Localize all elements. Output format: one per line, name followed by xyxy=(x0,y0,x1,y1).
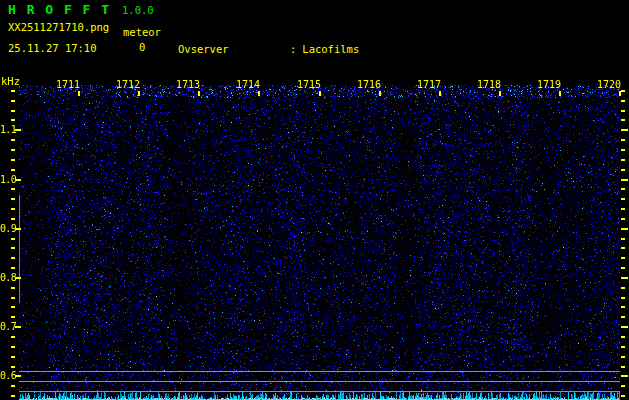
y-axis-minor-tick xyxy=(621,139,625,141)
y-axis-label: 0.7 xyxy=(0,321,16,332)
y-axis-minor-tick xyxy=(621,385,625,387)
x-axis-tick xyxy=(138,91,140,96)
y-axis-major-tick xyxy=(621,326,628,328)
y-axis-minor-tick xyxy=(621,247,625,249)
y-axis-minor-tick xyxy=(621,218,625,220)
y-axis-minor-tick xyxy=(621,169,625,171)
x-axis-label: 1719 xyxy=(521,79,561,90)
y-axis-minor-tick xyxy=(621,356,625,358)
app-version: 1.0.0 xyxy=(122,4,154,16)
y-axis-minor-tick xyxy=(11,366,15,368)
x-axis-tick xyxy=(499,91,501,96)
x-axis-tick xyxy=(439,91,441,96)
spectrogram-canvas xyxy=(19,85,620,400)
y-axis-minor-tick xyxy=(11,346,15,348)
y-axis-minor-tick xyxy=(11,316,15,318)
y-axis-minor-tick xyxy=(11,306,15,308)
y-axis-minor-tick xyxy=(11,297,15,299)
y-axis-minor-tick xyxy=(11,198,15,200)
y-axis-minor-tick xyxy=(11,169,15,171)
y-axis-minor-tick xyxy=(11,267,15,269)
info-row-observer: Ovserver:Lacofilms xyxy=(178,43,448,55)
y-axis-minor-tick xyxy=(621,257,625,259)
y-axis-major-tick xyxy=(621,277,628,279)
y-axis-label: 0.8 xyxy=(0,272,16,283)
meteor-count: 0 xyxy=(139,41,145,53)
info-label: Ovserver xyxy=(178,43,290,55)
app-title: H R O F F T xyxy=(8,2,111,17)
y-axis-minor-tick xyxy=(11,139,15,141)
y-axis-unit-label: kHz xyxy=(1,75,20,87)
x-axis-label: 1716 xyxy=(341,79,381,90)
y-axis-label: 0.6 xyxy=(0,370,16,381)
y-axis-minor-tick xyxy=(621,306,625,308)
y-axis-minor-tick xyxy=(11,385,15,387)
y-axis-minor-tick xyxy=(11,287,15,289)
x-axis-tick xyxy=(78,91,80,96)
y-axis-minor-tick xyxy=(11,395,15,397)
y-axis-minor-tick xyxy=(621,100,625,102)
y-axis-minor-tick xyxy=(11,356,15,358)
y-axis-minor-tick xyxy=(11,238,15,240)
y-axis-minor-tick xyxy=(11,119,15,121)
y-axis-minor-tick xyxy=(11,110,15,112)
x-axis-label: 1717 xyxy=(401,79,441,90)
x-axis-tick xyxy=(619,91,621,96)
y-axis-minor-tick xyxy=(11,336,15,338)
output-filename: XX2511271710.png xyxy=(8,21,109,33)
y-axis-minor-tick xyxy=(11,208,15,210)
y-axis-minor-tick xyxy=(621,336,625,338)
y-axis-major-tick xyxy=(621,375,628,377)
y-axis-label: 1.1 xyxy=(0,124,16,135)
x-axis-label: 1715 xyxy=(281,79,321,90)
y-axis-minor-tick xyxy=(621,297,625,299)
y-axis-minor-tick xyxy=(621,159,625,161)
info-value: Lacofilms xyxy=(302,43,359,55)
x-axis-tick xyxy=(319,91,321,96)
info-separator: : xyxy=(290,43,296,55)
x-axis-tick xyxy=(379,91,381,96)
y-axis-minor-tick xyxy=(621,287,625,289)
y-axis-minor-tick xyxy=(11,90,15,92)
y-axis-minor-tick xyxy=(621,316,625,318)
y-axis-minor-tick xyxy=(621,110,625,112)
y-axis-label: 0.9 xyxy=(0,223,16,234)
y-axis-minor-tick xyxy=(621,346,625,348)
y-axis-minor-tick xyxy=(11,247,15,249)
y-axis-minor-tick xyxy=(621,366,625,368)
y-axis-major-tick xyxy=(621,228,628,230)
datetime-label: 25.11.27 17:10 xyxy=(8,42,97,54)
y-axis-minor-tick xyxy=(11,188,15,190)
y-axis-major-tick xyxy=(621,179,628,181)
hrofft-screen: H R O F F T 1.0.0 XX2511271710.png meteo… xyxy=(0,0,629,400)
x-axis-label: 1712 xyxy=(100,79,140,90)
x-axis-tick xyxy=(559,91,561,96)
y-axis-minor-tick xyxy=(621,188,625,190)
x-axis-label: 1713 xyxy=(160,79,200,90)
x-axis-label: 1714 xyxy=(220,79,260,90)
x-axis-label: 1720 xyxy=(581,79,621,90)
x-axis-label: 1711 xyxy=(40,79,80,90)
x-axis-tick xyxy=(258,91,260,96)
y-axis-minor-tick xyxy=(11,159,15,161)
y-axis-minor-tick xyxy=(621,149,625,151)
y-axis-minor-tick xyxy=(621,267,625,269)
y-axis-minor-tick xyxy=(621,198,625,200)
y-axis-minor-tick xyxy=(621,119,625,121)
y-axis-minor-tick xyxy=(11,257,15,259)
mode-label: meteor xyxy=(123,26,161,38)
y-axis-minor-tick xyxy=(11,100,15,102)
y-axis-minor-tick xyxy=(621,395,625,397)
y-axis-label: 1.0 xyxy=(0,174,16,185)
y-axis-minor-tick xyxy=(621,90,625,92)
x-axis-tick xyxy=(198,91,200,96)
y-axis-minor-tick xyxy=(621,208,625,210)
y-axis-minor-tick xyxy=(11,149,15,151)
y-axis-minor-tick xyxy=(11,218,15,220)
x-axis-label: 1718 xyxy=(461,79,501,90)
y-axis-minor-tick xyxy=(621,238,625,240)
y-axis-major-tick xyxy=(621,129,628,131)
